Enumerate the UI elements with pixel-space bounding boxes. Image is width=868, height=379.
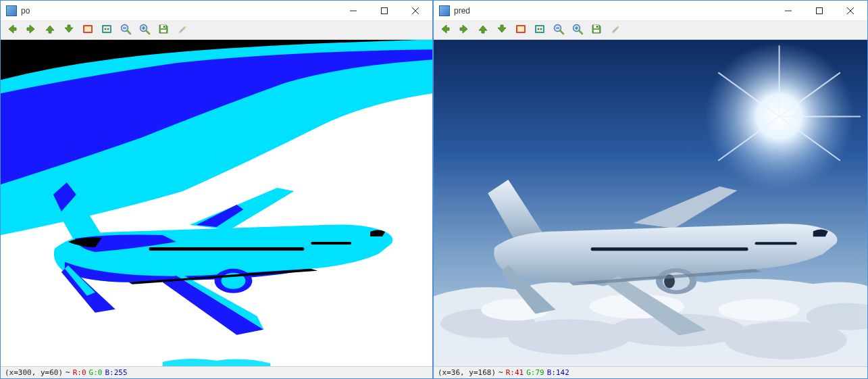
up-button[interactable] [476,23,490,38]
zoom-out-button[interactable] [118,23,133,38]
status-tilde: ~ [66,368,70,377]
zoom-in-icon [571,23,584,37]
svg-line-40 [579,30,582,34]
svg-rect-45 [596,26,598,28]
zoom-out-icon [120,23,132,37]
forward-button[interactable] [24,23,39,38]
down-icon [496,23,508,37]
status-g: G:0 [89,368,103,377]
save-icon [590,23,603,37]
svg-rect-19 [163,26,165,28]
toolbar [434,21,867,40]
window-po: po [0,0,433,379]
frame-button[interactable] [80,23,95,38]
titlebar[interactable]: po [1,1,432,21]
svg-point-9 [107,28,109,30]
down-button[interactable] [61,23,76,38]
minimize-button[interactable] [338,1,369,20]
back-button[interactable] [5,23,20,38]
zoom-in-button[interactable] [570,23,585,38]
svg-point-62 [718,299,799,320]
app-icon [439,5,450,16]
brush-icon [609,23,621,37]
svg-rect-1 [382,7,388,14]
svg-line-37 [560,30,563,34]
status-coord: (x=300, y=60) [5,368,63,377]
svg-point-34 [538,28,540,30]
status-b: B:255 [105,368,127,377]
up-icon [44,23,56,37]
back-button[interactable] [438,23,453,38]
save-button[interactable] [156,23,171,38]
svg-rect-44 [594,30,599,32]
up-button[interactable] [43,23,57,38]
brush-button[interactable] [608,23,623,38]
zoom-out-button[interactable] [551,23,566,38]
image-canvas[interactable] [434,40,867,366]
status-coord: (x=36, y=168) [438,368,496,377]
statusbar: (x=36, y=168) ~ R:41 G:79 B:142 [434,366,867,378]
svg-line-14 [146,30,149,34]
meta-button[interactable] [99,23,114,38]
svg-rect-7 [103,26,110,32]
maximize-button[interactable] [804,1,835,20]
meta-button[interactable] [532,23,547,38]
down-icon [63,23,75,37]
close-button[interactable] [400,1,431,20]
window-title: pred [454,6,773,16]
status-r: R:0 [73,368,86,377]
forward-icon [25,23,37,37]
forward-button[interactable] [457,23,471,38]
maximize-button[interactable] [369,1,400,20]
save-icon [157,23,170,37]
titlebar[interactable]: pred [434,1,867,21]
frame-button[interactable] [513,23,528,38]
svg-point-46 [617,26,619,28]
window-controls [338,1,431,20]
app-icon [6,5,17,16]
meta-icon [101,23,113,37]
zoom-in-icon [138,23,151,37]
svg-rect-18 [161,30,166,32]
svg-rect-5 [84,26,91,32]
frame-icon [515,23,527,37]
status-g: G:79 [526,368,544,377]
image-canvas[interactable] [1,40,432,366]
save-button[interactable] [589,23,604,38]
svg-line-11 [127,30,130,34]
svg-rect-23 [311,242,351,245]
svg-point-20 [184,26,186,28]
back-icon [6,23,18,37]
meta-icon [534,23,546,37]
window-title: po [21,6,338,16]
svg-point-56 [508,320,630,355]
zoom-in-button[interactable] [137,23,152,38]
status-r: R:41 [506,368,524,377]
zoom-out-icon [553,23,565,37]
statusbar: (x=300, y=60) ~ R:0 G:0 B:255 [1,366,432,378]
up-icon [477,23,489,37]
back-icon [439,23,451,37]
svg-rect-31 [517,26,524,32]
svg-rect-22 [149,247,305,251]
svg-rect-33 [536,26,543,32]
frame-icon [82,23,94,37]
down-button[interactable] [494,23,509,38]
status-b: B:142 [547,368,569,377]
svg-rect-64 [755,242,796,245]
svg-rect-27 [817,7,823,14]
minimize-button[interactable] [773,1,804,20]
window-pred: pred [433,0,868,379]
status-tilde: ~ [499,368,503,377]
svg-rect-63 [591,247,748,251]
svg-point-35 [540,28,542,30]
brush-button[interactable] [175,23,190,38]
close-button[interactable] [835,1,866,20]
forward-icon [458,23,470,37]
window-controls [773,1,866,20]
brush-icon [176,23,188,37]
toolbar [1,21,432,40]
svg-point-8 [105,28,107,30]
